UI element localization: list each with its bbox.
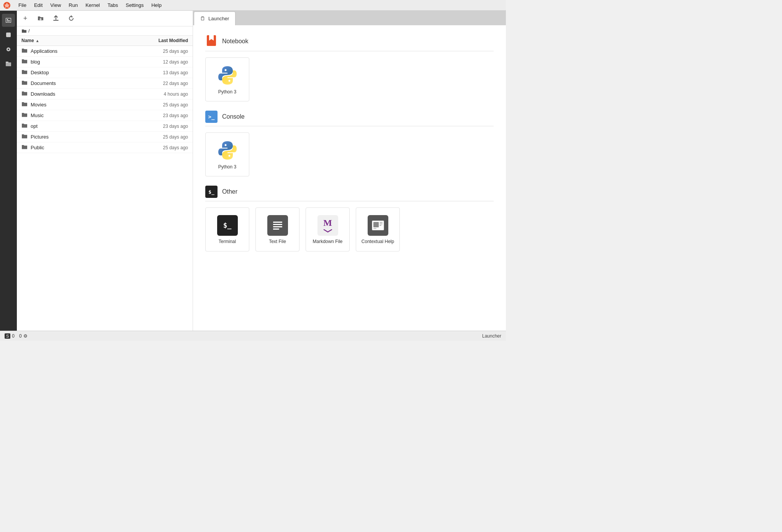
kernel-count: 0 — [19, 333, 22, 339]
new-file-button[interactable]: + — [20, 13, 31, 24]
file-browser: + — [17, 11, 193, 331]
item-name: blog — [31, 59, 142, 65]
main-content: 🗒 Launcher Notebook — [193, 11, 506, 331]
refresh-button[interactable] — [66, 13, 77, 24]
menubar: File Edit View Run Kernel Tabs Settings … — [0, 0, 506, 11]
launcher-content: Notebook — [193, 25, 506, 331]
item-name: Desktop — [31, 70, 142, 75]
column-modified-header[interactable]: Last Modified — [142, 38, 188, 43]
svg-point-13 — [228, 155, 230, 157]
terminal-label: Terminal — [219, 239, 236, 244]
launcher-tab[interactable]: 🗒 Launcher — [194, 11, 236, 25]
fb-list: Applications 25 days ago blog 12 days ag… — [17, 46, 193, 331]
list-item[interactable]: Documents 22 days ago — [17, 78, 193, 89]
notebook-kernels: Python 3 — [205, 57, 494, 101]
list-item[interactable]: Applications 25 days ago — [17, 46, 193, 57]
svg-rect-15 — [273, 224, 282, 225]
tab-bar: 🗒 Launcher — [193, 11, 506, 25]
menu-kernel[interactable]: Kernel — [82, 2, 103, 9]
folder-icon — [21, 112, 28, 119]
folder-icon — [21, 80, 28, 86]
folder-icon — [21, 69, 28, 76]
item-modified: 23 days ago — [142, 124, 188, 129]
folder-icon — [21, 48, 28, 54]
other-section: $_ Other $_ Terminal — [205, 186, 494, 251]
item-modified: 25 days ago — [142, 49, 188, 54]
svg-rect-20 — [373, 222, 379, 227]
terminal-card[interactable]: $_ Terminal — [205, 207, 249, 251]
notebook-icon — [205, 34, 218, 48]
svg-rect-17 — [273, 228, 279, 230]
contextual-help-label: Contextual Help — [362, 239, 394, 244]
list-item[interactable]: Pictures 25 days ago — [17, 132, 193, 142]
svg-rect-22 — [380, 222, 383, 223]
fb-path: / — [17, 26, 193, 36]
menu-run[interactable]: Run — [65, 2, 81, 9]
list-item[interactable]: Downloads 4 hours ago — [17, 89, 193, 100]
svg-point-12 — [224, 144, 226, 146]
sidebar-icon-files[interactable] — [2, 14, 15, 27]
list-item[interactable]: Desktop 13 days ago — [17, 67, 193, 78]
notebook-section-header: Notebook — [205, 34, 494, 51]
item-name: Documents — [31, 80, 142, 86]
sidebar-icon-running[interactable] — [2, 28, 15, 41]
svg-rect-4 — [6, 62, 11, 66]
column-name-header[interactable]: Name ▲ — [21, 38, 142, 43]
folder-icon — [21, 144, 28, 151]
item-name: Public — [31, 145, 142, 150]
contextual-help-card[interactable]: Contextual Help — [356, 207, 400, 251]
svg-point-11 — [228, 80, 230, 82]
launcher-tab-icon: 🗒 — [200, 16, 205, 21]
item-name: Pictures — [31, 134, 142, 140]
terminal-count: 0 — [12, 333, 15, 339]
sidebar-icon-extensions[interactable] — [2, 43, 15, 56]
menu-help[interactable]: Help — [148, 2, 165, 9]
new-folder-button[interactable] — [35, 13, 46, 24]
textfile-card[interactable]: Text File — [255, 207, 299, 251]
kernel-icon: ⚙ — [23, 333, 28, 339]
console-section-header: >_ Console — [205, 111, 494, 126]
item-name: opt — [31, 123, 142, 129]
notebook-section-title: Notebook — [222, 38, 249, 45]
item-modified: 4 hours ago — [142, 91, 188, 97]
textfile-label: Text File — [269, 239, 286, 244]
menu-view[interactable]: View — [47, 2, 64, 9]
other-icon: $_ — [205, 186, 218, 198]
python3-notebook-card[interactable]: Python 3 — [205, 57, 249, 101]
menu-settings[interactable]: Settings — [123, 2, 147, 9]
statusbar: S 0 0 ⚙ Launcher — [0, 331, 506, 341]
markdown-label: Markdown File — [312, 239, 342, 244]
list-item[interactable]: opt 23 days ago — [17, 121, 193, 132]
python3-console-label: Python 3 — [218, 164, 236, 170]
other-items: $_ Terminal — [205, 207, 494, 251]
list-item[interactable]: Public 25 days ago — [17, 142, 193, 153]
console-section: >_ Console — [205, 111, 494, 176]
item-modified: 25 days ago — [142, 102, 188, 108]
console-section-title: Console — [222, 113, 245, 120]
path-label: / — [28, 28, 30, 34]
folder-icon — [21, 101, 28, 108]
other-section-title: Other — [222, 188, 237, 195]
svg-rect-21 — [373, 228, 376, 229]
menu-tabs[interactable]: Tabs — [105, 2, 121, 9]
item-name: Movies — [31, 102, 142, 108]
console-icon: >_ — [205, 111, 218, 123]
svg-rect-23 — [380, 224, 383, 224]
item-modified: 25 days ago — [142, 145, 188, 150]
item-modified: 13 days ago — [142, 70, 188, 75]
folder-icon — [21, 91, 28, 97]
statusbar-right: Launcher — [482, 333, 501, 339]
list-item[interactable]: Movies 25 days ago — [17, 100, 193, 110]
sidebar-icon-filebrowser[interactable] — [2, 57, 15, 70]
launcher-tab-label: Launcher — [208, 16, 229, 21]
upload-button[interactable] — [51, 13, 61, 24]
app-logo — [3, 2, 11, 9]
menu-file[interactable]: File — [15, 2, 29, 9]
list-item[interactable]: blog 12 days ago — [17, 57, 193, 67]
item-modified: 12 days ago — [142, 59, 188, 65]
menu-edit[interactable]: Edit — [31, 2, 46, 9]
main-layout: + — [0, 11, 506, 331]
list-item[interactable]: Music 23 days ago — [17, 110, 193, 121]
markdown-card[interactable]: M Markdown File — [306, 207, 350, 251]
python3-console-card[interactable]: Python 3 — [205, 132, 249, 176]
